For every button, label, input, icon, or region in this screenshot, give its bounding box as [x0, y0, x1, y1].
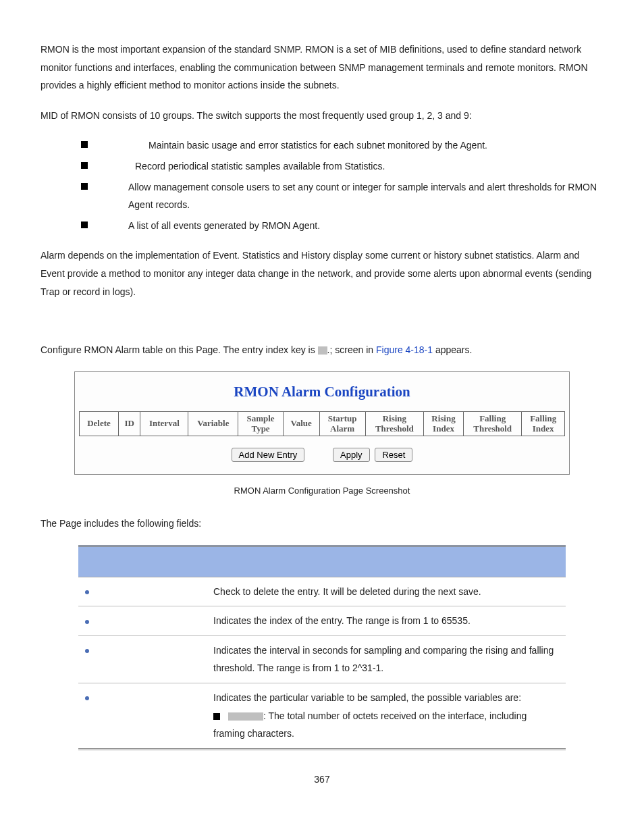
rmon-config-screenshot: RMON Alarm Configuration Delete ID Inter…	[74, 371, 570, 475]
screenshot-title: RMON Alarm Configuration	[79, 379, 565, 406]
list-item-text: Maintain basic usage and error statistic…	[149, 136, 487, 155]
redacted-badge	[318, 346, 327, 355]
text-fragment: Indicates the particular variable to be …	[213, 692, 521, 703]
feature-bullet-list: Maintain basic usage and error statistic…	[41, 136, 603, 234]
table-row: Check to delete the entry. It will be de…	[78, 577, 566, 606]
col-delete: Delete	[80, 411, 119, 436]
list-item: Record periodical statistic samples avai…	[81, 157, 603, 176]
intro-paragraph-3: Alarm depends on the implementation of E…	[41, 246, 603, 301]
add-new-entry-button[interactable]: Add New Entry	[232, 448, 305, 462]
col-falling-index: FallingIndex	[522, 411, 565, 436]
table-row: Indicates the index of the entry. The ra…	[78, 606, 566, 636]
col-startup-alarm: StartupAlarm	[319, 411, 365, 436]
reset-button[interactable]: Reset	[375, 448, 412, 462]
square-bullet-icon	[81, 183, 88, 190]
col-variable: Variable	[188, 411, 238, 436]
apply-button[interactable]: Apply	[333, 448, 370, 462]
list-item-text: Allow management console users to set an…	[128, 178, 603, 214]
list-item-text: Record periodical statistic samples avai…	[135, 157, 385, 176]
dot-bullet-icon	[85, 696, 89, 700]
table-row: Indicates the interval in seconds for sa…	[78, 635, 566, 683]
col-interval: Interval	[140, 411, 188, 436]
square-bullet-icon	[213, 713, 220, 720]
list-item-text: A list of all events generated by RMON A…	[128, 217, 320, 235]
text-fragment: .; screen in	[327, 344, 376, 355]
square-bullet-icon	[81, 141, 88, 148]
dot-bullet-icon	[85, 649, 89, 653]
fields-intro: The Page includes the following fields:	[41, 515, 603, 533]
col-sample-type: SampleType	[238, 411, 283, 436]
field-description: Indicates the interval in seconds for sa…	[207, 635, 566, 683]
field-description: Check to delete the entry. It will be de…	[207, 577, 566, 606]
col-rising-threshold: RisingThreshold	[365, 411, 423, 436]
fields-description-table: Check to delete the entry. It will be de…	[78, 545, 566, 750]
list-item: Allow management console users to set an…	[81, 178, 603, 214]
dot-bullet-icon	[85, 620, 89, 624]
config-instruction: Configure RMON Alarm table on this Page.…	[41, 341, 603, 359]
field-description: Indicates the particular variable to be …	[207, 683, 566, 750]
col-rising-index: RisingIndex	[424, 411, 464, 436]
col-value: Value	[283, 411, 319, 436]
col-id: ID	[119, 411, 140, 436]
screenshot-caption: RMON Alarm Configuration Page Screenshot	[41, 483, 603, 500]
dot-bullet-icon	[85, 590, 89, 594]
rmon-header-table: Delete ID Interval Variable SampleType V…	[79, 411, 565, 436]
col-falling-threshold: FallingThreshold	[464, 411, 522, 436]
text-fragment: Configure RMON Alarm table on this Page.…	[41, 344, 318, 355]
square-bullet-icon	[81, 221, 88, 228]
intro-paragraph-1: RMON is the most important expansion of …	[41, 41, 603, 95]
table-header-row	[78, 546, 566, 577]
list-item: Maintain basic usage and error statistic…	[81, 136, 603, 155]
intro-paragraph-2: MID of RMON consists of 10 groups. The s…	[41, 107, 603, 125]
figure-link[interactable]: Figure 4-18-1	[376, 344, 433, 355]
field-description: Indicates the index of the entry. The ra…	[207, 606, 566, 636]
table-row: Indicates the particular variable to be …	[78, 683, 566, 750]
redacted-badge	[228, 712, 263, 721]
list-item: A list of all events generated by RMON A…	[81, 217, 603, 235]
text-fragment: appears.	[433, 344, 472, 355]
page-number: 367	[41, 771, 603, 789]
square-bullet-icon	[81, 162, 88, 169]
